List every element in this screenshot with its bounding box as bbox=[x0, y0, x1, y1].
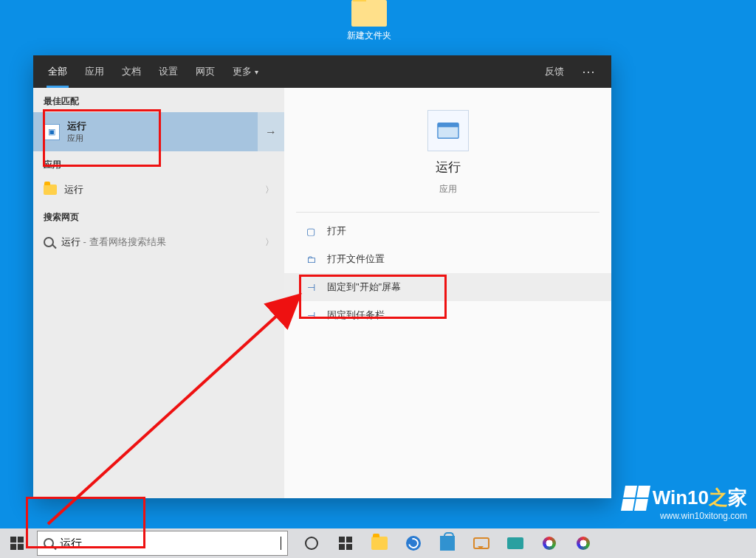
text-caret bbox=[281, 537, 281, 550]
ellipsis-menu[interactable]: ⋯ bbox=[573, 63, 605, 80]
detail-title: 运行 bbox=[436, 159, 461, 176]
svg-rect-2 bbox=[10, 537, 16, 542]
divider bbox=[296, 212, 599, 213]
search-icon bbox=[44, 538, 54, 548]
ccleaner-button-2[interactable] bbox=[567, 528, 599, 558]
feedback-link[interactable]: 反馈 bbox=[536, 65, 573, 78]
store-button[interactable] bbox=[431, 528, 464, 558]
folder-icon bbox=[44, 185, 57, 195]
app-result-label: 运行 bbox=[64, 183, 83, 196]
open-icon: ▢ bbox=[305, 225, 317, 237]
start-button[interactable] bbox=[0, 528, 34, 558]
taskbar-search-input[interactable] bbox=[60, 537, 275, 550]
detail-pane: 运行 应用 ▢ 打开 🗀 打开文件位置 ⊣ 固定到"开始"屏幕 ⊣ bbox=[284, 88, 611, 498]
action-pin-to-taskbar[interactable]: ⊣ 固定到任务栏 bbox=[284, 301, 611, 329]
web-result-run[interactable]: 运行 - 查看网络搜索结果 〉 bbox=[33, 228, 284, 256]
folder-icon bbox=[371, 537, 388, 550]
folder-open-icon: 🗀 bbox=[305, 253, 317, 265]
circle-icon bbox=[305, 537, 318, 550]
pin-icon: ⊣ bbox=[305, 281, 317, 293]
web-result-label: 运行 - 查看网络搜索结果 bbox=[61, 235, 166, 249]
search-tabs: 全部 应用 文档 设置 网页 更多▾ 反馈 ⋯ bbox=[33, 55, 611, 88]
run-icon: ▣ bbox=[44, 124, 60, 140]
search-panel: 全部 应用 文档 设置 网页 更多▾ 反馈 ⋯ 最佳匹配 ▣ 运行 应用 → 应… bbox=[33, 55, 611, 498]
taskbar bbox=[0, 528, 756, 558]
results-pane: 最佳匹配 ▣ 运行 应用 → 应用 运行 〉 搜索网页 bbox=[33, 88, 284, 498]
tab-apps[interactable]: 应用 bbox=[76, 55, 113, 88]
folder-icon bbox=[351, 0, 387, 27]
tab-documents[interactable]: 文档 bbox=[113, 55, 150, 88]
svg-rect-3 bbox=[18, 537, 24, 542]
desktop-folder[interactable]: 新建文件夹 bbox=[340, 0, 399, 42]
image-icon bbox=[507, 537, 523, 549]
tab-more[interactable]: 更多▾ bbox=[224, 55, 267, 88]
watermark: Win10之家 www.win10xitong.com bbox=[623, 485, 747, 521]
tab-all[interactable]: 全部 bbox=[39, 55, 76, 88]
edge-button[interactable] bbox=[397, 528, 430, 558]
windows-logo-icon bbox=[621, 486, 650, 511]
action-pin-to-start[interactable]: ⊣ 固定到"开始"屏幕 bbox=[284, 273, 611, 301]
task-view-button[interactable] bbox=[329, 528, 362, 558]
chevron-right-icon: 〉 bbox=[265, 184, 274, 196]
file-explorer-button[interactable] bbox=[363, 528, 396, 558]
best-match-result[interactable]: ▣ 运行 应用 → bbox=[33, 112, 284, 151]
svg-rect-4 bbox=[10, 544, 16, 550]
pin-icon: ⊣ bbox=[305, 309, 317, 321]
photos-button[interactable] bbox=[499, 528, 532, 558]
action-open[interactable]: ▢ 打开 bbox=[284, 217, 611, 245]
app-result-run[interactable]: 运行 〉 bbox=[33, 176, 284, 204]
search-icon bbox=[44, 237, 54, 247]
edge-icon bbox=[406, 536, 421, 551]
cortana-button[interactable] bbox=[295, 528, 328, 558]
ccleaner-icon bbox=[543, 537, 556, 550]
taskbar-search-box[interactable] bbox=[37, 531, 288, 556]
chat-app-button[interactable] bbox=[465, 528, 498, 558]
run-large-icon bbox=[427, 110, 469, 151]
chevron-down-icon: ▾ bbox=[255, 68, 258, 76]
ccleaner-button[interactable] bbox=[533, 528, 566, 558]
svg-rect-1 bbox=[437, 123, 458, 128]
chevron-right-icon: 〉 bbox=[265, 236, 274, 249]
action-open-file-location[interactable]: 🗀 打开文件位置 bbox=[284, 245, 611, 273]
best-match-label: 最佳匹配 bbox=[33, 88, 284, 112]
best-match-title: 运行 bbox=[67, 120, 86, 133]
tab-settings[interactable]: 设置 bbox=[150, 55, 187, 88]
detail-subtitle: 应用 bbox=[439, 183, 457, 196]
tab-web[interactable]: 网页 bbox=[187, 55, 224, 88]
store-icon bbox=[440, 536, 455, 551]
task-view-icon bbox=[339, 537, 352, 550]
ccleaner-icon bbox=[577, 537, 590, 550]
web-section-label: 搜索网页 bbox=[33, 204, 284, 228]
best-match-subtitle: 应用 bbox=[67, 133, 86, 144]
apps-section-label: 应用 bbox=[33, 151, 284, 176]
watermark-url: www.win10xitong.com bbox=[623, 511, 747, 521]
svg-rect-5 bbox=[18, 544, 24, 550]
chat-icon bbox=[473, 537, 489, 549]
folder-label: 新建文件夹 bbox=[340, 30, 399, 42]
expand-arrow-icon[interactable]: → bbox=[258, 112, 284, 151]
